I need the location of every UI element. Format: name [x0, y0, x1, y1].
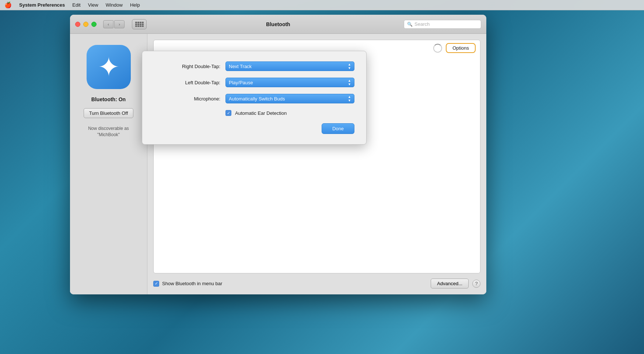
- window-title: Bluetooth: [266, 21, 290, 27]
- right-double-tap-value: Next Track: [229, 64, 252, 69]
- show-menubar-area: ✓ Show Bluetooth in menu bar: [153, 281, 222, 287]
- stepper-arrows-icon: ▲ ▼: [348, 63, 351, 70]
- loading-spinner: [433, 44, 442, 53]
- show-bluetooth-menubar-label: Show Bluetooth in menu bar: [162, 281, 222, 286]
- turn-bluetooth-off-button[interactable]: Turn Bluetooth Off: [84, 108, 134, 118]
- auto-ear-detection-row: ✓ Automatic Ear Detection: [225, 110, 354, 116]
- bottom-right-buttons: Advanced... ?: [431, 279, 480, 288]
- microphone-row: Microphone: Automatically Switch Buds ▲ …: [154, 94, 354, 103]
- right-double-tap-select[interactable]: Next Track ▲ ▼: [225, 61, 354, 71]
- search-box[interactable]: 🔍 Search: [404, 20, 481, 29]
- back-button[interactable]: ‹: [103, 20, 113, 28]
- done-row: Done: [154, 123, 354, 134]
- left-double-tap-label: Left Double-Tap:: [154, 80, 220, 85]
- microphone-label: Microphone:: [154, 96, 220, 102]
- discoverable-text: Now discoverable as "MichBook": [88, 125, 129, 138]
- maximize-button[interactable]: [91, 22, 97, 27]
- nav-buttons: ‹ ›: [103, 20, 125, 28]
- show-bluetooth-menubar-checkbox[interactable]: ✓: [153, 281, 159, 287]
- auto-ear-detection-checkbox[interactable]: ✓: [225, 110, 231, 116]
- done-button[interactable]: Done: [322, 123, 354, 134]
- advanced-button[interactable]: Advanced...: [431, 279, 469, 288]
- menubar-app-name[interactable]: System Preferences: [19, 2, 65, 8]
- apple-menu[interactable]: 🍎: [4, 1, 12, 8]
- menubar-view[interactable]: View: [88, 2, 98, 8]
- bluetooth-icon: ✦: [98, 54, 120, 80]
- grid-icon: [135, 22, 144, 27]
- search-icon: 🔍: [407, 22, 413, 27]
- left-double-tap-row: Left Double-Tap: Play/Pause ▲ ▼: [154, 78, 354, 87]
- minimize-button[interactable]: [83, 22, 88, 27]
- right-double-tap-label: Right Double-Tap:: [154, 64, 220, 69]
- menubar-help[interactable]: Help: [130, 2, 140, 8]
- options-button[interactable]: Options: [446, 43, 476, 53]
- right-double-tap-row: Right Double-Tap: Next Track ▲ ▼: [154, 61, 354, 71]
- menubar-edit[interactable]: Edit: [72, 2, 80, 8]
- options-popover: Right Double-Tap: Next Track ▲ ▼ Left Do…: [142, 51, 367, 145]
- bluetooth-icon-container: ✦: [87, 45, 131, 89]
- grid-view-button[interactable]: [132, 19, 147, 29]
- left-double-tap-select[interactable]: Play/Pause ▲ ▼: [225, 78, 354, 87]
- bottom-bar: ✓ Show Bluetooth in menu bar Advanced...…: [153, 279, 480, 288]
- menubar: 🍎 System Preferences Edit View Window He…: [0, 0, 644, 10]
- traffic-lights: [75, 22, 97, 27]
- bluetooth-status-label: Bluetooth: On: [91, 96, 126, 102]
- system-preferences-window: ‹ › Bluetooth 🔍 Search ✦ Bluetooth: On T…: [70, 15, 486, 294]
- stepper-arrows-icon: ▲ ▼: [348, 79, 351, 86]
- titlebar: ‹ › Bluetooth 🔍 Search: [70, 15, 486, 34]
- auto-ear-detection-label: Automatic Ear Detection: [235, 110, 287, 116]
- forward-button[interactable]: ›: [114, 20, 125, 28]
- stepper-arrows-icon: ▲ ▼: [348, 95, 351, 102]
- left-double-tap-value: Play/Pause: [229, 80, 253, 85]
- left-panel: ✦ Bluetooth: On Turn Bluetooth Off Now d…: [70, 34, 147, 294]
- help-button[interactable]: ?: [472, 280, 480, 288]
- close-button[interactable]: [75, 22, 80, 27]
- microphone-select[interactable]: Automatically Switch Buds ▲ ▼: [225, 94, 354, 103]
- menubar-window[interactable]: Window: [106, 2, 123, 8]
- search-input[interactable]: Search: [414, 21, 430, 27]
- microphone-value: Automatically Switch Buds: [229, 96, 285, 102]
